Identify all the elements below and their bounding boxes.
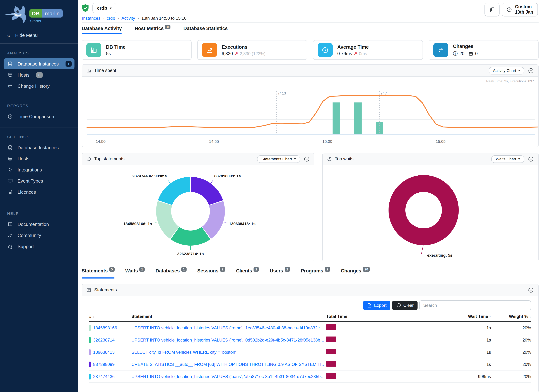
waits-chart-dropdown[interactable]: Waits Chart ▾ [491,155,524,163]
sidebar-item-label: Hosts [18,156,29,161]
svg-text:14:55: 14:55 [209,139,219,144]
top-waits-donut-chart[interactable]: executing: 5s [323,165,538,262]
search-input[interactable] [419,300,531,310]
tab-host-metrics[interactable]: Host Metrics0 [135,26,170,34]
wait-time-cell: 1s [402,362,491,367]
collapse-panel-icon[interactable] [528,68,534,74]
top-statements-panel: Top statements Statements Chart ▾ 887898… [82,153,314,261]
tab-users[interactable]: Users2 [270,268,290,278]
tab-clients[interactable]: Clients2 [236,268,259,278]
breadcrumb: Instances › crdb › Activity › 13th Jan 1… [82,16,539,21]
statement-id-link[interactable]: 287474436 [93,374,115,379]
tab-statements[interactable]: Statements5 [82,268,115,278]
instance-name: crdb [97,5,107,11]
export-button[interactable]: Export [363,301,390,310]
sidebar-item-label: Licences [18,189,36,194]
sidebar-item-documentation[interactable]: Documentation [4,219,75,229]
sidebar-section-help: HELP Documentation Community Support [0,204,78,253]
tab-database-activity[interactable]: Database Activity [82,26,122,34]
top-statements-donut-chart[interactable]: 887898099: 1s139638413: 1s326238714: 1s1… [82,165,314,262]
time-spent-panel: Time spent Activity Chart ▾ Peak Time: 2… [82,65,539,147]
statements-chart-dropdown[interactable]: Statements Chart ▾ [257,155,300,163]
statement-id-link[interactable]: 326238714 [93,337,115,342]
panel-title: Statements [94,288,117,293]
sidebar-item-event-types[interactable]: Event Types [4,175,75,186]
wait-time-cell: 999ms [402,374,491,379]
statement-id-link[interactable]: 1845898166 [93,325,117,330]
card-changes: Changes ⓘ 20 0 [429,40,539,60]
svg-text:15:00: 15:00 [322,139,332,144]
clear-button[interactable]: Clear [392,301,418,310]
sidebar-item-change-history[interactable]: ⇄ Change History [4,80,75,91]
database-icon [7,61,13,67]
card-db-time: DB Time 5s [82,40,192,60]
total-time-bar [326,324,336,330]
breadcrumb-crdb[interactable]: crdb [107,16,115,21]
statements-panel: Statements Export Clear #↓ Statement [82,284,539,392]
column-header-total-time[interactable]: Total Time [326,314,402,319]
shield-check-icon [82,4,89,12]
calendar-icon[interactable] [468,51,473,56]
time-range-button[interactable]: Custom 13th Jan [502,3,538,16]
time-spent-chart[interactable]: ⇄ 13⇄ 714:5014:5515:0015:05 [82,77,538,148]
statement-link[interactable]: SELECT city, id FROM vehicles WHERE city… [131,350,326,355]
collapse-panel-icon[interactable] [528,156,534,162]
statement-id-link[interactable]: 887898099 [93,362,115,367]
collapse-panel-icon[interactable] [304,156,310,162]
panel-title: Top waits [335,156,353,161]
statement-link[interactable]: UPSERT INTO vehicle_location_histories V… [131,374,326,379]
card-average-time: Average Time 0.79ms ↗ 0ms [313,40,423,60]
swap-arrows-icon [433,43,448,57]
instance-selector-button[interactable]: crdb ▾ [92,3,116,13]
sidebar-item-hosts-settings[interactable]: Hosts [4,153,75,164]
bar-chart-icon [86,43,101,57]
breadcrumb-activity[interactable]: Activity [121,16,135,21]
statement-link[interactable]: UPSERT INTO vehicle_location_histories V… [131,337,326,342]
column-header-statement[interactable]: Statement [131,314,326,319]
svg-text:14:50: 14:50 [96,139,105,144]
tab-sessions[interactable]: Sessions2 [197,268,225,278]
tab-programs[interactable]: Programs2 [301,268,330,278]
column-header-num[interactable]: #↓ [89,314,131,319]
sidebar-item-support[interactable]: Support [4,241,75,252]
trend-up-icon: ↗ [354,51,357,56]
sidebar-item-database-instances-settings[interactable]: Database Instances [4,142,75,153]
statement-link[interactable]: CREATE STATISTICS __auto__ FROM [63] WIT… [131,362,326,367]
statement-id-link[interactable]: 139638413 [93,350,115,355]
table-row: 887898099 CREATE STATISTICS __auto__ FRO… [89,358,531,371]
info-icon[interactable]: ⓘ [453,50,458,57]
tab-changes[interactable]: Changes20 [341,268,370,278]
hide-menu-button[interactable]: « Hide Menu [0,28,78,43]
activity-chart-dropdown[interactable]: Activity Chart ▾ [489,67,524,74]
donut-panels-row: Top statements Statements Chart ▾ 887898… [82,153,539,261]
chart-icon [86,68,91,73]
statement-color-chip [89,361,91,367]
sidebar-item-time-comparison[interactable]: Time Comparison [4,111,75,122]
column-header-wait-time[interactable]: Wait Time↑ [402,314,491,319]
weight-cell: 20% [491,362,531,367]
sidebar-item-integrations[interactable]: Integrations [4,164,75,175]
tab-databases[interactable]: Databases1 [155,268,187,278]
sidebar-item-label: Database Instances [18,61,59,66]
collapse-panel-icon[interactable] [528,287,534,293]
breadcrumb-separator: › [103,16,104,20]
count-badge: 2 [254,267,259,272]
count-badge: 20 [363,267,370,272]
sidebar-item-label: Support [18,244,34,249]
monitor-icon [7,178,13,184]
copy-link-button[interactable] [485,3,500,16]
breadcrumb-instances[interactable]: Instances [82,16,100,21]
column-header-weight[interactable]: Weight %↓ [491,314,531,319]
sidebar-item-licences[interactable]: Licences [4,187,75,197]
sidebar-item-label: Event Types [18,178,43,184]
clock-icon [318,43,333,57]
headset-icon [7,243,13,249]
tab-waits[interactable]: Waits1 [125,268,145,278]
export-icon [367,303,372,308]
tab-database-statistics[interactable]: Database Statistics [183,26,228,34]
statement-link[interactable]: UPSERT INTO vehicle_location_histories V… [131,325,326,330]
wait-time-cell: 1s [402,350,491,355]
sidebar-item-hosts[interactable]: Hosts 0 [4,69,75,80]
sidebar-item-database-instances[interactable]: Database Instances 1 [4,58,75,69]
sidebar-item-community[interactable]: Community [4,230,75,241]
